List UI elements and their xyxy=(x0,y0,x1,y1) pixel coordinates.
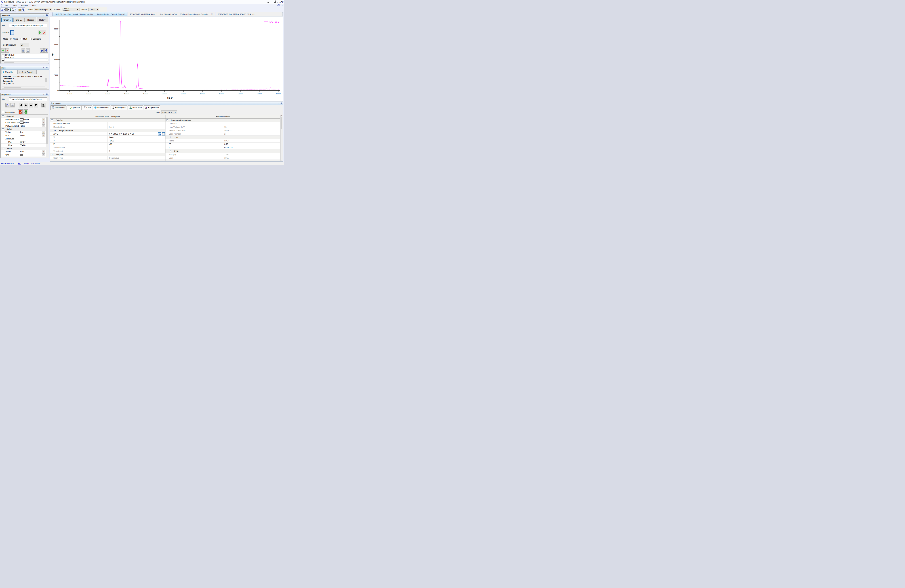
selection-tab-graph[interactable]: Graph .. xyxy=(1,17,13,22)
tab-semi-quanti[interactable]: Semi Quanti xyxy=(17,70,37,74)
collapse-box-icon[interactable]: − xyxy=(170,136,171,138)
spectrum-chart[interactable]: 2500030000350004000045000500005500060000… xyxy=(49,16,283,101)
method-select[interactable]: Other▼ xyxy=(89,8,99,11)
mdi-close-icon[interactable]: × xyxy=(281,5,283,7)
processing-tab-filter[interactable]: Filter xyxy=(82,105,92,110)
tab-xray-list[interactable]: Xray-List xyxy=(1,70,17,74)
mode-radio-multi[interactable]: Multi xyxy=(21,38,27,40)
property-row-chart-area-color[interactable]: Chart Area ColorWhite∨ xyxy=(1,121,48,124)
selection-tab-grid-d[interactable]: Grid D.. xyxy=(13,17,25,22)
dropdown-button[interactable]: ∨ xyxy=(42,121,45,124)
info-vscrollbar[interactable]: ∧ ∨ xyxy=(45,75,47,86)
scrollbar-thumb[interactable] xyxy=(4,87,21,88)
mode-radio-mono[interactable]: Mono xyxy=(10,38,18,40)
grid-view-button[interactable] xyxy=(10,103,15,108)
scroll-down-icon[interactable]: ∨ xyxy=(45,85,46,86)
wds-spectra-tool-button[interactable]: ▼ xyxy=(1,8,5,11)
compress-horizontal-button[interactable] xyxy=(24,103,28,108)
panel-collapse-icon[interactable]: ▼ xyxy=(43,67,44,68)
row-gain[interactable]: Gain1011 xyxy=(165,156,280,160)
row-name[interactable]: NameLPET xyxy=(165,139,280,143)
spectrum-list-item[interactable]: LPET Sp 2 xyxy=(2,54,48,56)
panel-pin-icon[interactable] xyxy=(46,67,48,69)
stage-position-button[interactable] xyxy=(158,132,161,135)
scroll-up-icon[interactable]: ∧ xyxy=(281,115,282,116)
xtal-view-tool-button[interactable]: ▼ xyxy=(5,8,9,11)
property-row-unit[interactable]: Unitcps∨ xyxy=(1,154,48,157)
row-z[interactable]: Z-30 xyxy=(50,143,165,146)
scroll-up-icon[interactable]: ∧ xyxy=(45,75,46,76)
property-row-unit[interactable]: UnitSin Θ∨ xyxy=(1,134,48,137)
collapse-box-icon[interactable]: − xyxy=(51,154,53,155)
dropdown-button[interactable]: ∨ xyxy=(42,134,45,137)
checkbox[interactable] xyxy=(2,57,4,58)
collapse-box-icon[interactable]: − xyxy=(51,119,53,121)
selection-panel-header[interactable]: Selection ▼ xyxy=(0,14,49,17)
panel-pin-icon[interactable] xyxy=(46,14,48,16)
scroll-down-icon[interactable]: ∨ xyxy=(46,155,48,157)
compress-vertical-button[interactable] xyxy=(34,103,38,108)
minimize-icon[interactable] xyxy=(268,1,269,3)
dropdown-button[interactable]: ∨ xyxy=(42,124,45,127)
menu-panel[interactable]: Panel xyxy=(10,5,19,7)
collapse-box-icon[interactable]: − xyxy=(170,150,171,152)
processing-tab-bkgd-model[interactable]: Bkgd Model xyxy=(144,105,160,110)
checkbox[interactable] xyxy=(2,59,4,60)
scroll-down-icon[interactable]: ∨ xyxy=(281,159,282,161)
tab-close-icon[interactable]: X xyxy=(211,13,213,15)
processing-tab-operation[interactable]: Operation xyxy=(67,105,82,110)
collapse-box-icon[interactable]: − xyxy=(2,147,4,149)
collapse-box-icon[interactable]: − xyxy=(54,130,56,131)
delete-dataset-button[interactable] xyxy=(42,30,46,35)
scroll-right-icon[interactable]: › xyxy=(47,62,48,63)
save-file-button[interactable] xyxy=(21,8,24,11)
row-k[interactable]: K0.000144 xyxy=(165,146,280,149)
property-row-max[interactable]: Max80408 xyxy=(1,144,48,147)
open-file-button[interactable] xyxy=(18,8,21,11)
dropdown-button[interactable]: ∨ xyxy=(42,154,45,156)
scrollbar-thumb[interactable] xyxy=(4,62,14,63)
misc-panel-header[interactable]: Misc ▼ xyxy=(0,66,49,70)
file-path-input[interactable] xyxy=(9,97,47,101)
sort-spectrum-select[interactable]: By▼ xyxy=(20,43,29,47)
scroll-up-icon[interactable]: ∧ xyxy=(46,115,48,116)
row-x[interactable]: X14402 xyxy=(50,136,165,139)
processing-tab-identification[interactable]: Identification xyxy=(93,105,110,110)
panel-collapse-icon[interactable]: ▼ xyxy=(43,14,44,16)
scroll-left-icon[interactable]: ‹ xyxy=(2,62,2,63)
restore-icon[interactable] xyxy=(274,1,276,3)
collapse-box-icon[interactable]: − xyxy=(2,128,4,130)
row-x-y-z[interactable]: X Y ZX = 14402 Y = -1720 Z = -30 xyxy=(50,132,165,136)
row-condition[interactable]: Condition1 xyxy=(165,122,280,125)
property-row-plot-area-color[interactable]: Plot Area ColorWhite∨ xyxy=(1,118,48,121)
remove-spectrum-button[interactable] xyxy=(5,48,9,52)
tab-close-icon[interactable]: X xyxy=(282,1,283,3)
add-spectrum-button[interactable] xyxy=(1,48,5,52)
item-pane-vscrollbar[interactable]: ∧ ∨ xyxy=(280,115,283,161)
mdi-minimize-icon[interactable] xyxy=(273,5,275,7)
scrollbar-thumb[interactable] xyxy=(281,117,283,129)
properties-panel-header[interactable]: Properties ▼ xyxy=(0,93,49,97)
row-beam-current-na[interactable]: Beam Current (nA)98.4832 xyxy=(165,129,280,132)
scroll-right-icon[interactable]: › xyxy=(44,86,44,88)
spectrum-list-item[interactable]: LLIF Sp 3 xyxy=(2,56,48,59)
mode-radio-compare[interactable]: Compare xyxy=(30,38,41,40)
sample-select[interactable]: Default Sample▼ xyxy=(62,8,79,11)
selection-tab-header[interactable]: Header xyxy=(25,17,37,22)
property-row-visible[interactable]: VisibleTrue∨ xyxy=(1,150,48,154)
panel-pin-icon[interactable] xyxy=(281,102,282,104)
dropdown-button[interactable]: ∨ xyxy=(42,131,45,134)
selection-tab-history[interactable]: History xyxy=(37,17,48,22)
document-tab-3[interactable]: 2016-02-23_GN_MEBA_15keV_20nA.qtil xyxy=(216,12,283,16)
uncheck-all-button[interactable] xyxy=(26,48,30,52)
expand-horizontal-button[interactable] xyxy=(19,103,23,108)
item-select[interactable]: LPET Sp 2∨ xyxy=(161,111,177,114)
processing-tab-semi-quanti[interactable]: Semi Quanti xyxy=(111,105,128,110)
spectrum-list-hscrollbar[interactable]: ‹ › xyxy=(1,61,48,63)
add-dataset-button[interactable] xyxy=(38,30,42,35)
property-row-all-curves[interactable]: All curves xyxy=(1,137,48,141)
processing-tab-description[interactable]: Description xyxy=(51,105,67,110)
menu-tools[interactable]: Tools xyxy=(30,5,38,7)
row-scan-type[interactable]: Scan TypeContinuous xyxy=(50,156,165,160)
row-2d[interactable]: 2D8.75 xyxy=(165,143,280,146)
